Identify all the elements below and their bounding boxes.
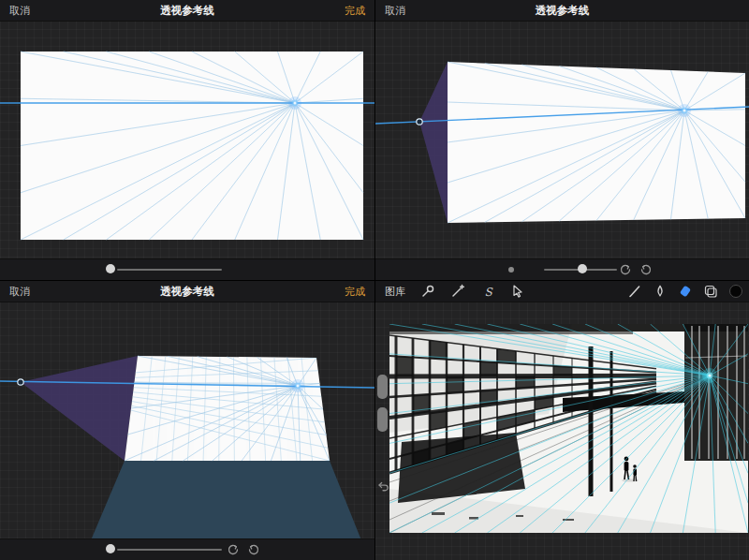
slider-thumb[interactable]: [106, 544, 115, 553]
slider-dot[interactable]: [508, 267, 514, 273]
gallery-button[interactable]: 图库: [385, 285, 405, 299]
redo-icon[interactable]: [247, 543, 260, 556]
perspective-editor-two-point: 取消 透视参考线 完成: [0, 280, 374, 560]
adjustments-wand-icon[interactable]: [450, 284, 465, 299]
slider-track[interactable]: [117, 549, 222, 551]
editor-title: 透视参考线: [0, 285, 374, 299]
paint-tools-group: [627, 284, 743, 299]
guide-edit-canvas[interactable]: [375, 21, 749, 259]
editor-bottombar: [0, 258, 374, 280]
redo-icon[interactable]: [639, 263, 653, 276]
layers-icon[interactable]: [703, 284, 718, 299]
guide-node[interactable]: [18, 379, 23, 385]
brush-size-slider-knob[interactable]: [377, 375, 388, 399]
transform-arrow-icon[interactable]: [510, 284, 525, 299]
editor-title: 透视参考线: [375, 4, 749, 18]
slider-thumb[interactable]: [106, 264, 115, 273]
perspective-editor-one-point: 取消 透视参考线 完成: [0, 0, 374, 280]
smudge-icon[interactable]: [653, 284, 668, 299]
vanishing-point[interactable]: [291, 379, 304, 392]
actions-wrench-icon[interactable]: [420, 284, 435, 299]
undo-arrow-icon[interactable]: [376, 479, 390, 494]
below-horizon-panel: [91, 461, 361, 540]
done-button[interactable]: 完成: [345, 285, 365, 299]
vanishing-point[interactable]: [702, 368, 717, 383]
vanishing-point[interactable]: [678, 104, 691, 117]
editor-bottombar: [375, 258, 749, 280]
editor-navbar: 取消 透视参考线 完成: [0, 281, 374, 302]
svg-text:S: S: [485, 286, 494, 299]
vanishing-point[interactable]: [288, 96, 301, 110]
out-of-canvas-wedge: [419, 62, 448, 223]
selection-s-icon[interactable]: S: [480, 284, 495, 299]
editor-bottombar: [0, 538, 374, 560]
opacity-slider-knob[interactable]: [377, 407, 388, 432]
editor-navbar: 取消 透视参考线: [375, 0, 749, 22]
guide-edit-canvas[interactable]: [0, 21, 374, 259]
done-button[interactable]: 完成: [345, 4, 365, 18]
out-of-canvas-wedge: [21, 356, 138, 461]
editor-navbar: 取消 透视参考线 完成: [0, 0, 374, 22]
eraser-icon-selected[interactable]: [678, 284, 693, 299]
editor-title: 透视参考线: [0, 4, 374, 18]
guide-node[interactable]: [417, 119, 422, 125]
main-toolbar: 图库 S: [375, 281, 749, 302]
drawing-canvas[interactable]: [375, 302, 749, 560]
artboard[interactable]: [21, 52, 363, 240]
undo-icon[interactable]: [227, 543, 240, 556]
brush-icon[interactable]: [627, 284, 642, 299]
undo-icon[interactable]: [619, 263, 632, 276]
color-swatch-black[interactable]: [728, 284, 743, 299]
slider-track[interactable]: [117, 269, 222, 271]
perspective-editor-rotated: 取消 透视参考线: [374, 0, 749, 280]
slider-thumb[interactable]: [578, 264, 587, 273]
guide-edit-canvas[interactable]: [0, 302, 374, 540]
procreate-canvas-view: 图库 S: [374, 280, 749, 560]
